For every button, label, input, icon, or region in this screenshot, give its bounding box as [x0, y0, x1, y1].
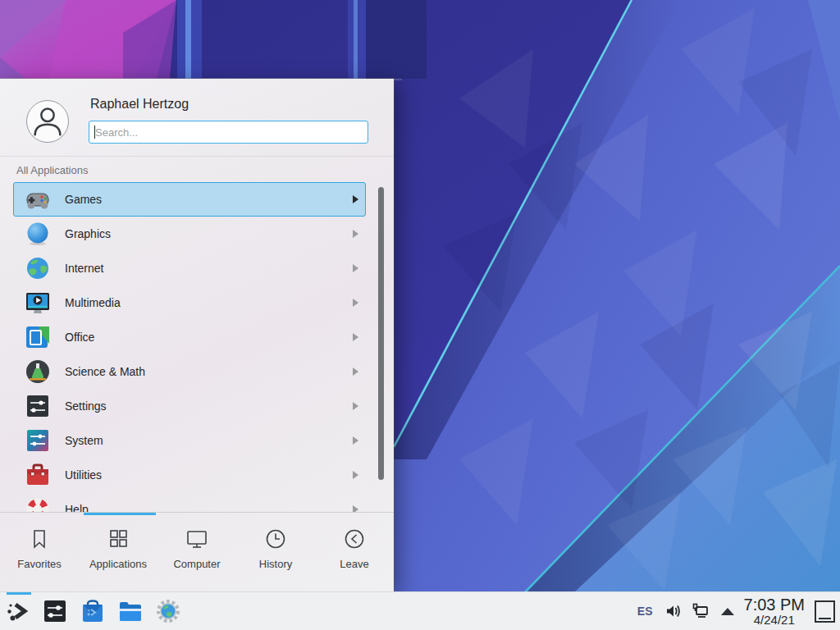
launcher-active-indicator [7, 592, 31, 595]
list-scrollbar[interactable] [378, 187, 384, 480]
menu-item-games[interactable]: Games [13, 182, 366, 217]
tab-label: Leave [340, 558, 368, 570]
history-clock-icon [264, 527, 287, 550]
flask-icon [25, 358, 51, 385]
clock-date: 4/24/21 [744, 614, 805, 626]
menu-item-settings[interactable]: Settings [13, 389, 366, 423]
folder-icon [117, 598, 144, 624]
tab-label: Computer [173, 558, 220, 570]
show-desktop-button[interactable] [815, 600, 835, 623]
menu-item-label: Help [65, 503, 353, 512]
system-tray: ES 7:03 PM 4/24/21 [637, 592, 840, 630]
section-label-all-applications: All Applications [16, 164, 88, 176]
menu-item-label: Utilities [65, 468, 353, 482]
menu-item-label: System [65, 434, 353, 447]
menu-item-label: Office [65, 331, 353, 344]
system-sliders-icon [25, 427, 51, 454]
submenu-arrow-icon [353, 230, 358, 238]
submenu-arrow-icon [353, 368, 358, 376]
tab-label: Favorites [17, 558, 61, 570]
tab-label: History [259, 558, 292, 570]
taskbar-app-file-manager[interactable] [112, 592, 149, 630]
menu-item-multimedia[interactable]: Multimedia [13, 285, 366, 320]
globe-icon [25, 255, 51, 281]
sphere-icon [25, 221, 51, 247]
search-box [89, 121, 368, 144]
user-name: Raphael Hertzog [90, 97, 189, 112]
lifebuoy-icon [25, 496, 51, 512]
clock-time: 7:03 PM [744, 596, 805, 613]
gamepad-icon [25, 186, 51, 212]
launcher-tabbar: Favorites Applications Computer History [0, 515, 394, 591]
sliders-icon [25, 393, 51, 419]
taskbar-panel: ES 7:03 PM 4/24/21 [0, 591, 840, 630]
menu-item-utilities[interactable]: Utilities [13, 458, 366, 492]
keyboard-layout-indicator[interactable]: ES [637, 605, 653, 618]
menu-item-label: Multimedia [65, 296, 353, 309]
tab-label: Applications [89, 558, 147, 570]
computer-icon [185, 527, 208, 550]
discover-bag-icon [80, 598, 106, 624]
document-icon [25, 324, 51, 350]
network-icon[interactable] [692, 602, 710, 620]
taskbar-app-discover[interactable] [74, 592, 112, 630]
menu-item-internet[interactable]: Internet [13, 251, 366, 285]
menu-item-system[interactable]: System [13, 423, 366, 458]
system-settings-icon [42, 598, 68, 624]
submenu-arrow-icon [353, 471, 358, 479]
menu-item-label: Games [65, 193, 353, 206]
menu-item-office[interactable]: Office [13, 320, 366, 354]
application-launcher-button[interactable] [0, 592, 36, 630]
tray-expand-caret-up-icon[interactable] [721, 608, 734, 615]
tab-computer[interactable]: Computer [158, 515, 236, 591]
search-input[interactable] [89, 121, 368, 143]
text-cursor [94, 126, 95, 139]
tab-applications[interactable]: Applications [79, 515, 158, 591]
user-avatar[interactable] [26, 100, 69, 143]
menu-item-label: Graphics [65, 227, 353, 240]
browser-globe-gear-icon [155, 598, 181, 624]
menu-item-graphics[interactable]: Graphics [13, 217, 366, 251]
monitor-play-icon [25, 290, 51, 316]
menu-item-label: Settings [65, 399, 353, 413]
grid-icon [107, 527, 130, 550]
tab-history[interactable]: History [236, 515, 315, 591]
submenu-arrow-icon [353, 299, 358, 307]
tabbar-separator [0, 512, 394, 513]
volume-speaker-icon[interactable] [664, 602, 682, 620]
launcher-header: Raphael Hertzog [0, 79, 394, 156]
submenu-arrow-icon [353, 195, 358, 203]
header-separator [0, 156, 394, 157]
submenu-arrow-icon [353, 402, 358, 410]
taskbar-app-web-browser[interactable] [149, 592, 187, 630]
taskbar-app-system-settings[interactable] [36, 592, 74, 630]
application-category-list: Games Graphics [0, 182, 394, 512]
bookmark-icon [28, 527, 51, 550]
submenu-arrow-icon [353, 264, 358, 272]
tab-leave[interactable]: Leave [315, 515, 394, 591]
digital-clock[interactable]: 7:03 PM 4/24/21 [744, 596, 805, 626]
submenu-arrow-icon [353, 505, 358, 512]
menu-item-label: Internet [65, 262, 353, 275]
submenu-arrow-icon [353, 333, 358, 341]
menu-item-help[interactable]: Help [13, 492, 366, 512]
menu-item-science-math[interactable]: Science & Math [13, 354, 366, 389]
show-desktop-icon [819, 618, 831, 619]
kde-logo-icon [5, 598, 31, 624]
submenu-arrow-icon [353, 436, 358, 445]
leave-icon [343, 527, 366, 550]
menu-item-label: Science & Math [65, 365, 353, 378]
application-launcher-menu: Raphael Hertzog All Applications Games [0, 79, 394, 591]
tab-favorites[interactable]: Favorites [0, 515, 79, 591]
toolbox-icon [25, 462, 51, 488]
